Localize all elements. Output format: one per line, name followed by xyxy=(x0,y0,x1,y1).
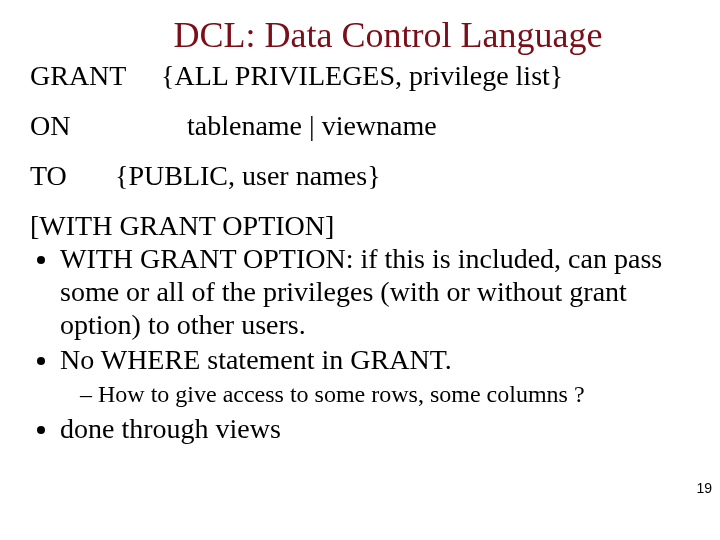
syntax-grant-line: GRANT {ALL PRIVILEGES, privilege list} xyxy=(30,60,690,92)
on-keyword: ON xyxy=(30,110,180,142)
page-number: 19 xyxy=(696,480,712,496)
on-args: tablename | viewname xyxy=(187,110,437,141)
with-grant-option-line: [WITH GRANT OPTION] xyxy=(30,210,690,242)
grant-args: {ALL PRIVILEGES, privilege list} xyxy=(161,60,563,91)
syntax-to-line: TO {PUBLIC, user names} xyxy=(30,160,690,192)
bullet-no-where-text: No WHERE statement in GRANT. xyxy=(60,344,452,375)
to-keyword: TO xyxy=(30,160,108,192)
slide-title: DCL: Data Control Language xyxy=(86,14,690,56)
sub-bullet-list: How to give access to some rows, some co… xyxy=(60,380,690,408)
bullet-no-where: No WHERE statement in GRANT. How to give… xyxy=(60,343,690,408)
syntax-on-line: ON tablename | viewname xyxy=(30,110,690,142)
sub-bullet-how-access: How to give access to some rows, some co… xyxy=(80,380,690,408)
bullet-with-grant-option: WITH GRANT OPTION: if this is included, … xyxy=(60,242,690,341)
grant-keyword: GRANT xyxy=(30,60,154,92)
to-args: {PUBLIC, user names} xyxy=(115,160,381,191)
bullet-list: WITH GRANT OPTION: if this is included, … xyxy=(30,242,690,445)
bullet-done-through-views: done through views xyxy=(60,412,690,445)
